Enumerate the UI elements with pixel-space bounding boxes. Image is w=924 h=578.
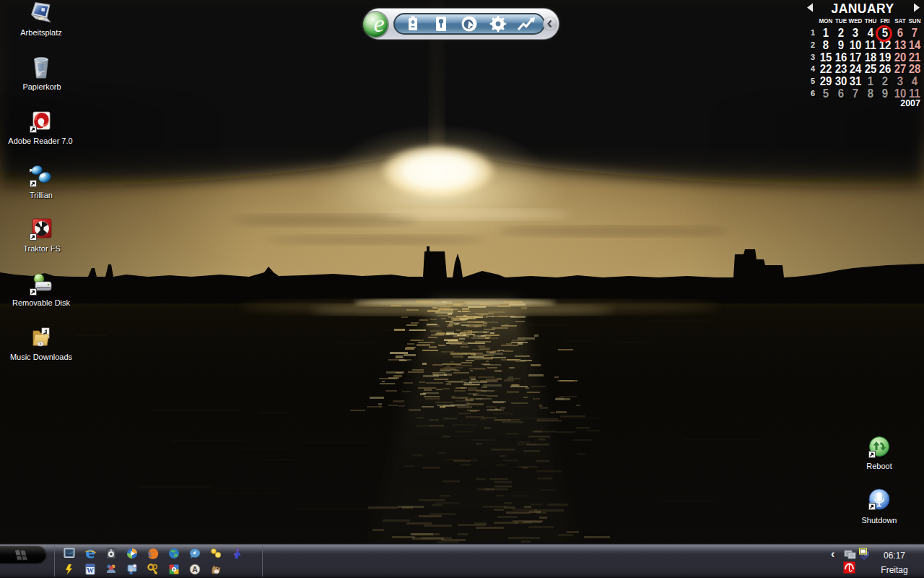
svg-text:W: W	[87, 566, 94, 574]
svg-text:A: A	[192, 565, 198, 574]
